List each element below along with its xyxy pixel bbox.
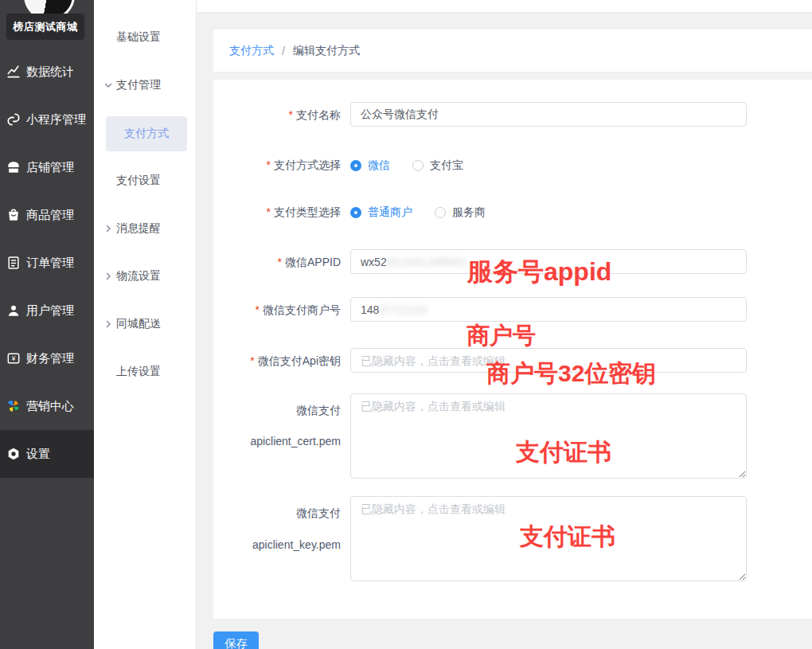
shop-name-badge: 榜店测试商城 — [6, 14, 84, 40]
submenu-item-label: 消息提醒 — [116, 221, 161, 236]
appid-label: *微信APPID — [213, 256, 341, 270]
mch-id-value-redacted: 3712142 — [379, 303, 428, 316]
key-textarea[interactable] — [350, 496, 747, 581]
svg-text:¥: ¥ — [11, 354, 16, 362]
settings-icon — [6, 446, 21, 462]
mch-id-label: *微信支付商户号 — [213, 303, 341, 318]
save-button[interactable]: 保存 — [213, 631, 259, 649]
key-label-line1: 微信支付 — [213, 506, 341, 521]
required-mark: * — [289, 108, 293, 121]
sidebar-item-settings[interactable]: 设置 — [0, 430, 94, 478]
submenu-item-logistics-settings[interactable]: 物流设置 — [94, 260, 197, 292]
submenu-item-upload-settings[interactable]: 上传设置 — [94, 356, 197, 388]
mch-id-input[interactable]: 148 3712142 — [350, 297, 747, 322]
radio-wechat-label[interactable]: 微信 — [368, 158, 390, 173]
pay-name-label: *支付名称 — [213, 108, 341, 123]
page: 榜店测试商城 数据统计 小程序管理 店铺管理 商品管理 订单管理 — [0, 0, 812, 649]
breadcrumb-link-payment-method[interactable]: 支付方式 — [229, 44, 274, 58]
pay-name-input[interactable] — [350, 102, 747, 127]
cert-textarea[interactable] — [350, 393, 747, 479]
sidebar-item-store[interactable]: 店铺管理 — [0, 143, 94, 191]
sidebar-item-label: 用户管理 — [26, 303, 74, 319]
submenu-item-label: 同城配送 — [116, 317, 161, 331]
sidebar-item-label: 店铺管理 — [26, 160, 74, 175]
sidebar-item-finance[interactable]: ¥ 财务管理 — [0, 334, 94, 382]
cert-label-line1: 微信支付 — [213, 404, 341, 418]
cert-label-line2: apiclient_cert.pem — [213, 435, 341, 448]
radio-alipay[interactable] — [412, 160, 424, 171]
shop-icon — [6, 159, 21, 175]
submenu-item-label: 支付方式 — [124, 127, 169, 141]
chart-icon — [6, 64, 21, 80]
submenu-item-label: 基础设置 — [116, 30, 161, 45]
breadcrumb-card: 支付方式 / 编辑支付方式 — [213, 29, 812, 72]
submenu-item-label: 支付管理 — [116, 78, 161, 92]
breadcrumb-current: 编辑支付方式 — [293, 44, 360, 58]
required-mark: * — [278, 256, 282, 268]
sidebar-item-label: 小程序管理 — [26, 112, 86, 127]
radio-alipay-label[interactable]: 支付宝 — [430, 158, 463, 173]
sidebar-item-label: 营销中心 — [26, 399, 74, 414]
radio-service-provider[interactable] — [435, 207, 446, 218]
required-mark: * — [250, 354, 254, 367]
goods-bag-icon — [6, 207, 21, 223]
submenu-item-payment-method-active[interactable]: 支付方式 — [106, 116, 187, 151]
mch-id-value-visible: 148 — [361, 303, 379, 316]
required-mark: * — [256, 303, 260, 316]
finance-icon: ¥ — [6, 350, 21, 366]
sidebar-item-label: 商品管理 — [26, 208, 74, 223]
sidebar-item-label: 数据统计 — [26, 65, 74, 80]
settings-submenu: 基础设置 支付管理 支付方式 支付设置 消息提醒 物流设置 同城配送 上传设置 — [94, 0, 197, 649]
radio-wechat[interactable] — [350, 160, 361, 171]
submenu-item-label: 物流设置 — [116, 269, 161, 283]
sidebar-item-goods[interactable]: 商品管理 — [0, 191, 94, 239]
pay-method-label: *支付方式选择 — [213, 158, 341, 173]
radio-normal-merchant[interactable] — [350, 207, 361, 218]
submenu-item-basic-settings[interactable]: 基础设置 — [94, 22, 197, 53]
chevron-down-icon — [103, 80, 113, 90]
submenu-item-payment-settings[interactable]: 支付设置 — [94, 165, 197, 197]
chevron-right-icon — [103, 272, 113, 281]
submenu-item-label: 上传设置 — [116, 365, 161, 379]
api-key-label: *微信支付Api密钥 — [213, 354, 341, 369]
miniprogram-icon — [6, 111, 21, 127]
sidebar-item-users[interactable]: 用户管理 — [0, 287, 94, 334]
appid-value-visible: wx52 — [361, 256, 387, 268]
submenu-item-message-reminder[interactable]: 消息提醒 — [94, 213, 197, 244]
sidebar-item-marketing[interactable]: 营销中心 — [0, 382, 94, 430]
radio-normal-merchant-label[interactable]: 普通商户 — [368, 205, 412, 220]
submenu-item-label: 支付设置 — [116, 174, 161, 188]
marketing-icon — [6, 398, 21, 414]
chevron-right-icon — [103, 224, 113, 233]
main-sidebar: 榜店测试商城 数据统计 小程序管理 店铺管理 商品管理 订单管理 — [0, 0, 94, 649]
user-icon — [6, 303, 21, 319]
sidebar-item-statistics[interactable]: 数据统计 — [0, 48, 94, 96]
payment-edit-form: *支付名称 *支付方式选择 微信 支付宝 *支付类型选择 普通商户 服务商 *微… — [213, 80, 812, 619]
sidebar-item-label: 设置 — [26, 447, 50, 462]
sidebar-item-label: 订单管理 — [26, 256, 74, 271]
submenu-item-payment-management[interactable]: 支付管理 — [94, 69, 197, 101]
appid-input[interactable]: wx52 d1244148f891 — [350, 249, 747, 274]
breadcrumb-separator: / — [282, 45, 285, 57]
sidebar-item-orders[interactable]: 订单管理 — [0, 239, 94, 287]
sidebar-item-label: 财务管理 — [26, 351, 74, 366]
submenu-item-city-delivery[interactable]: 同城配送 — [94, 308, 197, 340]
pay-type-label: *支付类型选择 — [213, 205, 341, 220]
key-label-line2: apiclient_key.pem — [213, 538, 341, 551]
top-header-bar — [94, 0, 812, 13]
radio-service-provider-label[interactable]: 服务商 — [452, 205, 486, 220]
required-mark: * — [267, 158, 271, 171]
chevron-right-icon — [103, 319, 113, 329]
shop-name: 榜店测试商城 — [14, 20, 78, 34]
breadcrumb: 支付方式 / 编辑支付方式 — [229, 29, 360, 72]
required-mark: * — [267, 205, 271, 218]
appid-value-redacted: d1244148f891 — [387, 256, 468, 268]
api-key-input[interactable] — [350, 348, 747, 373]
sidebar-item-miniprogram[interactable]: 小程序管理 — [0, 96, 94, 143]
orders-icon — [6, 255, 21, 271]
